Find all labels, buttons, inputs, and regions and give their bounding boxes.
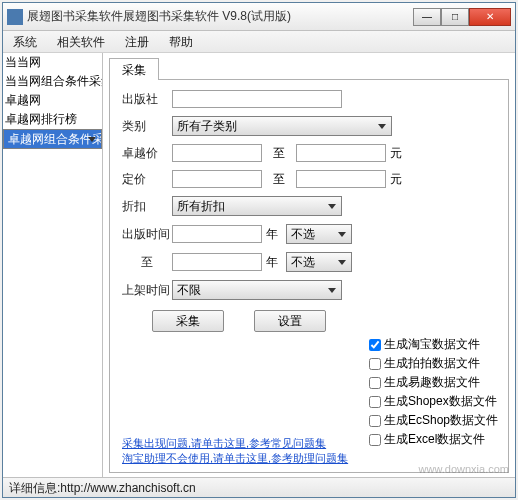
- sidebar-item[interactable]: 卓越网排行榜: [3, 110, 102, 129]
- check-paipai[interactable]: 生成拍拍数据文件: [369, 355, 498, 372]
- zyprice-label: 卓越价: [122, 145, 172, 162]
- maximize-button[interactable]: □: [441, 8, 469, 26]
- faq-link[interactable]: 采集出现问题,请单击这里,参考常见问题集: [122, 436, 348, 451]
- year-label: 年: [266, 226, 278, 243]
- close-button[interactable]: ✕: [469, 8, 511, 26]
- settings-button[interactable]: 设置: [254, 310, 326, 332]
- pubtime-from-year-input[interactable]: [172, 225, 262, 243]
- sidebar-item-selected[interactable]: 卓越网组合条件采集: [3, 129, 102, 149]
- tab-panel: 出版社 类别 所有子类别 卓越价 至 元 定价 至: [109, 79, 509, 473]
- fixprice-to-input[interactable]: [296, 170, 386, 188]
- help-links: 采集出现问题,请单击这里,参考常见问题集 淘宝助理不会使用,请单击这里,参考助理…: [122, 436, 348, 466]
- menu-help[interactable]: 帮助: [159, 31, 203, 52]
- publisher-input[interactable]: [172, 90, 342, 108]
- collect-button[interactable]: 采集: [152, 310, 224, 332]
- sidebar: 当当网 当当网组合条件采集 卓越网 卓越网排行榜 卓越网组合条件采集: [3, 53, 103, 477]
- menu-bar: 系统 相关软件 注册 帮助: [3, 31, 515, 53]
- tab-collect[interactable]: 采集: [109, 58, 159, 80]
- zyprice-from-input[interactable]: [172, 144, 262, 162]
- menu-system[interactable]: 系统: [3, 31, 47, 52]
- sidebar-item[interactable]: 当当网: [3, 53, 102, 72]
- zyprice-to-input[interactable]: [296, 144, 386, 162]
- export-checks: 生成淘宝数据文件 生成拍拍数据文件 生成易趣数据文件 生成Shopex数据文件 …: [369, 336, 498, 450]
- fixprice-from-input[interactable]: [172, 170, 262, 188]
- pubtime-label: 出版时间: [122, 226, 172, 243]
- year-label: 年: [266, 254, 278, 271]
- tab-strip: 采集: [109, 57, 509, 79]
- menu-register[interactable]: 注册: [115, 31, 159, 52]
- check-ecshop[interactable]: 生成EcShop数据文件: [369, 412, 498, 429]
- publisher-label: 出版社: [122, 91, 172, 108]
- body: 当当网 当当网组合条件采集 卓越网 卓越网排行榜 卓越网组合条件采集 采集 出版…: [3, 53, 515, 477]
- assistant-help-link[interactable]: 淘宝助理不会使用,请单击这里,参考助理问题集: [122, 451, 348, 466]
- title-bar: 展翅图书采集软件展翅图书采集软件 V9.8(试用版) — □ ✕: [3, 3, 515, 31]
- shelftime-select[interactable]: 不限: [172, 280, 342, 300]
- minimize-button[interactable]: —: [413, 8, 441, 26]
- unit-yuan: 元: [390, 145, 402, 162]
- app-icon: [7, 9, 23, 25]
- discount-label: 折扣: [122, 198, 172, 215]
- check-excel[interactable]: 生成Excel数据文件: [369, 431, 498, 448]
- window-buttons: — □ ✕: [413, 8, 511, 26]
- window-title: 展翅图书采集软件展翅图书采集软件 V9.8(试用版): [27, 8, 413, 25]
- to-label: 至: [262, 171, 296, 188]
- category-select[interactable]: 所有子类别: [172, 116, 392, 136]
- check-yiqu[interactable]: 生成易趣数据文件: [369, 374, 498, 391]
- fixprice-label: 定价: [122, 171, 172, 188]
- to-label: 至: [262, 145, 296, 162]
- check-shopex[interactable]: 生成Shopex数据文件: [369, 393, 498, 410]
- main-area: 采集 出版社 类别 所有子类别 卓越价 至 元: [103, 53, 515, 477]
- to-label: 至: [122, 254, 172, 271]
- discount-select[interactable]: 所有折扣: [172, 196, 342, 216]
- pubtime-to-year-input[interactable]: [172, 253, 262, 271]
- shelftime-label: 上架时间: [122, 282, 172, 299]
- app-window: 展翅图书采集软件展翅图书采集软件 V9.8(试用版) — □ ✕ 系统 相关软件…: [2, 2, 516, 498]
- status-bar: 详细信息:http://www.zhanchisoft.cn: [3, 477, 515, 497]
- sidebar-item[interactable]: 卓越网: [3, 91, 102, 110]
- category-label: 类别: [122, 118, 172, 135]
- pubtime-from-month-select[interactable]: 不选: [286, 224, 352, 244]
- menu-related[interactable]: 相关软件: [47, 31, 115, 52]
- pubtime-to-month-select[interactable]: 不选: [286, 252, 352, 272]
- sidebar-item[interactable]: 当当网组合条件采集: [3, 72, 102, 91]
- check-taobao[interactable]: 生成淘宝数据文件: [369, 336, 498, 353]
- unit-yuan: 元: [390, 171, 402, 188]
